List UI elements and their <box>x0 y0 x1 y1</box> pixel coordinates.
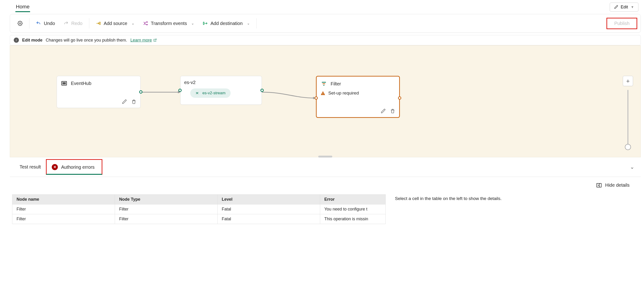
svg-point-8 <box>63 83 63 83</box>
edit-button[interactable]: Edit ▼ <box>610 3 638 12</box>
chevron-down-icon: ⌄ <box>247 21 250 26</box>
chevron-down-icon: ⌄ <box>191 21 194 26</box>
svg-rect-14 <box>323 93 323 94</box>
details-placeholder: Select a cell in the table on the left t… <box>395 194 638 224</box>
svg-point-3 <box>146 24 147 25</box>
col-node-name[interactable]: Node name <box>12 195 115 204</box>
node-esv2-title: es-v2 <box>184 80 196 85</box>
cell-error[interactable]: This operation is missin <box>320 214 386 224</box>
delete-node-button[interactable] <box>390 108 396 114</box>
hide-details-icon <box>596 183 602 188</box>
tab-test-result[interactable]: Test result <box>14 159 46 175</box>
undo-button[interactable]: Undo <box>32 19 59 29</box>
stream-chip[interactable]: es-v2-stream <box>190 88 230 98</box>
add-destination-label: Add destination <box>210 21 243 26</box>
toolbar: Undo Redo Add source ⌄ Transform <box>10 14 641 33</box>
svg-rect-4 <box>203 22 204 25</box>
col-error[interactable]: Error <box>320 195 386 204</box>
add-node-button[interactable]: + <box>623 76 633 86</box>
col-level[interactable]: Level <box>218 195 320 204</box>
cell-node-type[interactable]: Filter <box>115 204 218 214</box>
cell-node-name[interactable]: Filter <box>12 204 115 214</box>
table-row[interactable]: Filter Filter Fatal You need to configur… <box>12 204 386 214</box>
svg-point-10 <box>65 83 66 83</box>
gear-icon <box>18 21 22 26</box>
info-title: Edit mode <box>22 38 42 43</box>
error-badge-icon: ✕ <box>52 164 58 170</box>
port-output[interactable] <box>139 90 142 94</box>
tab-authoring-errors[interactable]: ✕ Authoring errors <box>46 159 102 175</box>
cell-node-type[interactable]: Filter <box>115 214 218 224</box>
svg-point-0 <box>19 23 21 24</box>
pencil-icon <box>614 5 618 9</box>
svg-point-12 <box>64 84 64 84</box>
col-node-type[interactable]: Node Type <box>115 195 218 204</box>
cell-level[interactable]: Fatal <box>218 204 320 214</box>
port-output[interactable] <box>260 89 264 92</box>
filter-icon <box>320 80 327 87</box>
hide-details-button[interactable]: Hide details <box>10 177 641 190</box>
learn-more-label: Learn more <box>130 38 152 43</box>
svg-point-13 <box>65 84 66 84</box>
publish-highlight: Publish <box>606 18 637 29</box>
tab-home[interactable]: Home <box>16 2 30 12</box>
edit-node-button[interactable] <box>121 99 128 105</box>
add-source-label: Add source <box>104 21 127 26</box>
errors-table: Node name Node Type Level Error Filter F… <box>12 194 386 224</box>
redo-button[interactable]: Redo <box>59 19 87 29</box>
table-header: Node name Node Type Level Error <box>12 195 386 204</box>
chevron-down-icon: ⌄ <box>132 21 134 26</box>
tab-authoring-errors-label: Authoring errors <box>61 164 94 170</box>
add-source-button[interactable]: Add source ⌄ <box>92 19 139 29</box>
cell-node-name[interactable]: Filter <box>12 214 115 224</box>
info-banner: i Edit mode Changes will go live once yo… <box>10 35 641 45</box>
node-esv2[interactable]: es-v2 es-v2-stream <box>180 76 262 105</box>
undo-icon <box>36 21 41 26</box>
node-filter-title: Filter <box>331 81 341 87</box>
cell-level[interactable]: Fatal <box>218 214 320 224</box>
settings-button[interactable] <box>13 19 27 28</box>
transform-events-button[interactable]: Transform events ⌄ <box>139 19 198 29</box>
node-filter[interactable]: Filter Set-up required <box>316 76 400 118</box>
svg-point-2 <box>146 22 147 23</box>
chevron-down-icon: ⌄ <box>630 164 634 170</box>
zoom-slider[interactable] <box>628 90 628 148</box>
svg-rect-1 <box>99 22 100 25</box>
port-output[interactable] <box>398 96 401 100</box>
chevron-down-icon: ▼ <box>631 5 634 9</box>
stream-chip-label: es-v2-stream <box>202 91 226 95</box>
svg-point-9 <box>64 83 64 83</box>
transform-icon <box>143 21 148 26</box>
graph-canvas[interactable]: EventHub es-v2 es-v2-stream <box>10 45 641 157</box>
svg-rect-16 <box>597 183 601 187</box>
publish-button[interactable]: Publish <box>610 20 633 27</box>
redo-icon <box>64 21 68 26</box>
collapse-panel-button[interactable]: ⌄ <box>630 164 634 170</box>
cell-error[interactable]: You need to configure t <box>320 204 386 214</box>
node-eventhub[interactable]: EventHub <box>57 76 140 108</box>
stream-icon <box>196 91 200 95</box>
zoom-thumb[interactable] <box>625 144 631 150</box>
info-icon: i <box>14 38 19 43</box>
svg-point-11 <box>63 84 63 84</box>
svg-rect-15 <box>323 94 323 95</box>
top-bar: Home Edit ▼ <box>6 0 644 14</box>
source-icon <box>96 21 101 26</box>
edit-node-button[interactable] <box>380 108 386 114</box>
edit-button-label: Edit <box>621 5 628 10</box>
table-row[interactable]: Filter Filter Fatal This operation is mi… <box>12 214 386 224</box>
node-filter-status: Set-up required <box>328 91 359 96</box>
eventhub-icon <box>60 80 68 87</box>
add-destination-button[interactable]: Add destination ⌄ <box>198 19 254 29</box>
node-eventhub-title: EventHub <box>71 81 92 86</box>
undo-label: Undo <box>44 21 55 26</box>
warning-icon <box>320 91 326 96</box>
bottom-panel: Test result ✕ Authoring errors ⌄ Hide de… <box>10 157 641 224</box>
port-input[interactable] <box>314 96 318 100</box>
info-message: Changes will go live once you publish th… <box>46 38 127 43</box>
delete-node-button[interactable] <box>130 99 137 105</box>
destination-icon <box>202 21 208 26</box>
external-link-icon <box>153 38 157 42</box>
port-input[interactable] <box>178 89 182 92</box>
learn-more-link[interactable]: Learn more <box>130 38 157 43</box>
